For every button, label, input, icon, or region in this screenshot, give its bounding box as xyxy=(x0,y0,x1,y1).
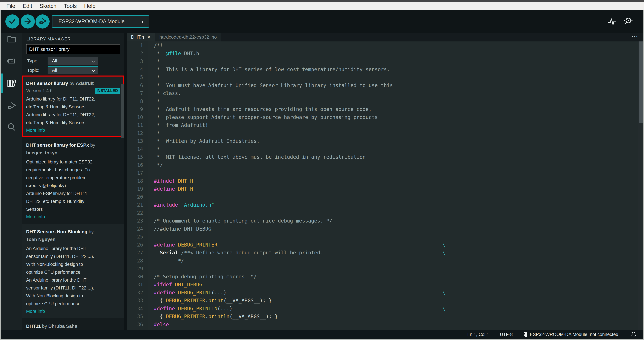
library-name: DHT sensor library xyxy=(26,81,68,86)
debug-play-bug-icon xyxy=(38,17,47,26)
board-status-text: ESP32-WROOM-DA Module [not connected] xyxy=(530,332,620,337)
gutter: 1234567891011121314151617181920212223242… xyxy=(127,42,148,330)
more-actions-icon[interactable]: ⋯ xyxy=(631,33,638,42)
type-filter-label: Type: xyxy=(27,58,48,64)
editor-scrollbar-thumb[interactable] xyxy=(639,42,643,123)
line-number: 36 xyxy=(127,320,143,328)
library-list[interactable]: DHT sensor library by AdafruitVersion 1.… xyxy=(22,76,124,330)
board-icon xyxy=(6,64,16,67)
line-number: 5 xyxy=(127,73,143,81)
notifications-bell-icon[interactable] xyxy=(630,331,637,338)
library-manager-panel: LIBRARY MANAGER Type: All Topic: All DHT… xyxy=(22,33,124,330)
chevron-down-icon xyxy=(92,59,96,63)
more-info-link[interactable]: More info xyxy=(26,128,45,133)
sidebar-item-library-manager[interactable] xyxy=(6,78,16,88)
verify-button[interactable] xyxy=(5,15,20,29)
microchip-icon xyxy=(524,331,528,338)
code-line: */ xyxy=(154,257,638,265)
serial-plotter-icon[interactable] xyxy=(607,17,617,27)
library-search-input[interactable] xyxy=(26,44,120,54)
panel-title: LIBRARY MANAGER xyxy=(26,36,71,42)
type-filter-row: Type: All xyxy=(27,57,98,65)
library-author: beegee_tokyo xyxy=(26,150,58,155)
library-author: Toan Nguyen xyxy=(26,237,56,242)
library-list-item[interactable]: DHT Sensors Non-Blocking by Toan NguyenA… xyxy=(22,224,124,318)
line-number: 13 xyxy=(127,137,143,145)
code-line xyxy=(154,193,638,201)
code-line: #ifndef DHT_H xyxy=(154,177,638,185)
topic-select[interactable]: All xyxy=(48,66,98,74)
line-number: 27 xyxy=(127,249,143,257)
code-line: * MIT license, all text above must be in… xyxy=(154,153,638,161)
upload-button[interactable] xyxy=(21,15,35,29)
active-tab-indicator xyxy=(1,74,3,93)
menu-help[interactable]: Help xyxy=(80,2,99,11)
code-line: * @file DHT.h xyxy=(154,50,638,58)
code-line: #define DEBUG_PRINTLN(...)\ xyxy=(154,305,638,313)
arrow-right-icon xyxy=(24,17,32,26)
code-line: * xyxy=(154,73,638,81)
code-line: * xyxy=(154,97,638,105)
sidebar-item-boards-manager[interactable] xyxy=(6,56,16,66)
more-info-link[interactable]: More info xyxy=(26,214,45,220)
encoding[interactable]: UTF-8 xyxy=(500,332,513,337)
library-list-item[interactable]: DHT11 by Dhruba SahaThis library provide… xyxy=(22,318,124,330)
line-continuation: \ xyxy=(442,328,445,330)
line-number: 22 xyxy=(127,209,143,217)
board-selector-value: ESP32-WROOM-DA Module xyxy=(58,19,142,25)
code-line: * please support Adafruit andopen-source… xyxy=(154,113,638,121)
menu-tools[interactable]: Tools xyxy=(60,2,80,11)
library-author: Dhruba Saha xyxy=(48,323,77,329)
library-list-item[interactable]: DHT sensor library by AdafruitVersion 1.… xyxy=(22,76,124,137)
menu-edit[interactable]: Edit xyxy=(19,2,36,11)
code-line xyxy=(154,265,638,273)
tab-sketch-ino[interactable]: hardcoded-dht22-esp32.ino xyxy=(155,33,221,42)
panel-editor-splitter[interactable] xyxy=(124,33,127,330)
library-description: Optimized libray to match ESP32 requirem… xyxy=(26,158,120,213)
library-list-item[interactable]: DHT sensor library for ESPx by beegee_to… xyxy=(22,137,124,224)
code-line: * from Adafruit! xyxy=(154,121,638,129)
line-number: 30 xyxy=(127,273,143,281)
menu-sketch[interactable]: Sketch xyxy=(36,2,60,11)
serial-monitor-icon[interactable] xyxy=(624,17,633,27)
type-select[interactable]: All xyxy=(48,57,98,65)
code-line xyxy=(154,209,638,217)
tab-label: hardcoded-dht22-esp32.ino xyxy=(159,34,216,40)
code-line: * class. xyxy=(154,89,638,97)
line-number: 6 xyxy=(127,81,143,89)
line-number: 32 xyxy=(127,289,143,297)
line-continuation: \ xyxy=(442,249,445,257)
board-status[interactable]: ESP32-WROOM-DA Module [not connected] xyxy=(524,331,620,338)
close-icon[interactable]: × xyxy=(148,34,150,40)
code-line: * xyxy=(154,129,638,137)
library-title: DHT Sensors Non-Blocking by Toan Nguyen xyxy=(26,228,120,243)
library-by: by xyxy=(88,229,94,234)
sidebar-item-sketchbook[interactable] xyxy=(6,34,16,44)
code-line: /* Setup debug printing macros. */ xyxy=(154,273,638,281)
line-number: 12 xyxy=(127,129,143,137)
code-editor[interactable]: 1234567891011121314151617181920212223242… xyxy=(127,42,643,330)
menubar: File Edit Sketch Tools Help xyxy=(0,2,644,11)
activity-sidebar xyxy=(1,33,22,330)
library-title: DHT sensor library for ESPx by beegee_to… xyxy=(26,141,120,157)
library-name: DHT Sensors Non-Blocking xyxy=(26,229,88,234)
line-number: 9 xyxy=(127,105,143,113)
tab-dht-h[interactable]: DHT.h × xyxy=(127,33,155,42)
editor-scrollbar[interactable] xyxy=(638,42,643,330)
library-author: Adafruit xyxy=(76,81,94,86)
library-version: Version 1.4.6 xyxy=(26,88,52,93)
toolbar: ESP32-WROOM-DA Module ▾ xyxy=(1,11,643,33)
library-list-scrollbar[interactable] xyxy=(120,84,124,138)
menu-file[interactable]: File xyxy=(3,2,19,11)
library-meta-row: Version 1.4.6INSTALLED xyxy=(26,88,120,94)
sidebar-item-debug[interactable] xyxy=(6,101,16,111)
code-line: /* Uncomment to enable printing out nice… xyxy=(154,217,638,225)
cursor-position[interactable]: Ln 1, Col 1 xyxy=(467,332,489,337)
code-line: { DEBUG_PRINTER.print(__VA_ARGS__); } xyxy=(154,296,638,305)
more-info-link[interactable]: More info xyxy=(26,309,45,314)
code-line: #define DEBUG_PRINTER\ xyxy=(154,241,638,249)
library-by: by xyxy=(41,323,48,329)
sidebar-item-search[interactable] xyxy=(6,122,16,132)
start-debugging-button[interactable] xyxy=(36,15,50,29)
board-selector[interactable]: ESP32-WROOM-DA Module ▾ xyxy=(52,15,149,28)
